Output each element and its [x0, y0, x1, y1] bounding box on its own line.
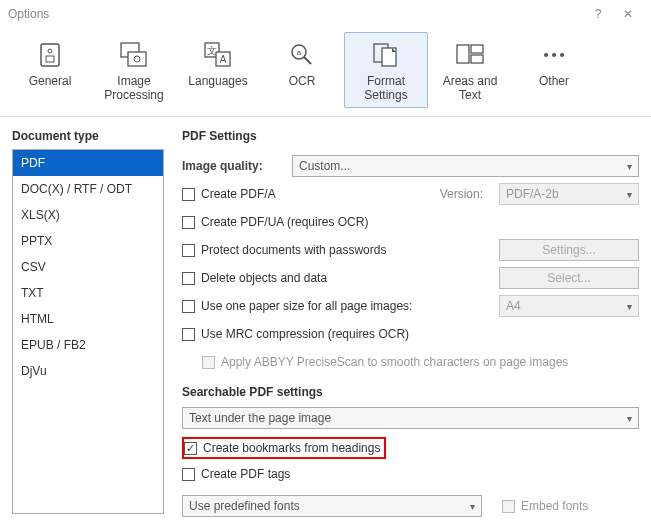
- create-pdfa-checkbox[interactable]: [182, 188, 195, 201]
- document-type-label: Document type: [12, 129, 164, 143]
- toolbar-areas-text[interactable]: Areas and Text: [428, 32, 512, 108]
- settings-button[interactable]: Settings...: [499, 239, 639, 261]
- delete-objects-checkbox[interactable]: [182, 272, 195, 285]
- languages-icon: 文A: [202, 39, 234, 71]
- image-quality-label: Image quality:: [182, 159, 292, 173]
- list-item-txt[interactable]: TXT: [13, 280, 163, 306]
- toolbar-label: Image Processing: [104, 75, 163, 103]
- list-item-epub[interactable]: EPUB / FB2: [13, 332, 163, 358]
- tags-checkbox[interactable]: [182, 468, 195, 481]
- window-title: Options: [8, 7, 583, 21]
- precisescan-checkbox: [202, 356, 215, 369]
- mrc-label: Use MRC compression (requires OCR): [201, 327, 409, 341]
- bookmarks-label: Create bookmarks from headings: [203, 441, 380, 455]
- toolbar-format-settings[interactable]: Format Settings: [344, 32, 428, 108]
- svg-point-19: [552, 53, 556, 57]
- protect-label: Protect documents with passwords: [201, 243, 386, 257]
- svg-point-1: [48, 49, 52, 53]
- pdf-settings-title: PDF Settings: [182, 129, 639, 143]
- toolbar-label: Languages: [188, 75, 247, 103]
- chevron-down-icon: ▾: [627, 189, 632, 200]
- paper-size-select[interactable]: A4 ▾: [499, 295, 639, 317]
- list-item-xlsx[interactable]: XLS(X): [13, 202, 163, 228]
- document-type-list[interactable]: PDF DOC(X) / RTF / ODT XLS(X) PPTX CSV T…: [12, 149, 164, 514]
- svg-text:a: a: [297, 48, 302, 57]
- list-item-pptx[interactable]: PPTX: [13, 228, 163, 254]
- toolbar-ocr[interactable]: a OCR: [260, 32, 344, 108]
- searchable-title: Searchable PDF settings: [182, 385, 639, 399]
- fonts-mode-value: Use predefined fonts: [189, 499, 300, 513]
- toolbar-languages[interactable]: 文A Languages: [176, 32, 260, 108]
- svg-rect-16: [471, 45, 483, 53]
- list-item-docx[interactable]: DOC(X) / RTF / ODT: [13, 176, 163, 202]
- help-button[interactable]: ?: [583, 0, 613, 28]
- list-item-csv[interactable]: CSV: [13, 254, 163, 280]
- delete-objects-label: Delete objects and data: [201, 271, 327, 285]
- toolbar: General Image Processing 文A Languages a …: [0, 28, 651, 117]
- format-settings-icon: [370, 39, 402, 71]
- toolbar-general[interactable]: General: [8, 32, 92, 108]
- svg-line-11: [304, 57, 311, 64]
- bookmarks-checkbox[interactable]: [184, 442, 197, 455]
- select-button[interactable]: Select...: [499, 267, 639, 289]
- paper-size-value: A4: [506, 299, 521, 313]
- ocr-icon: a: [286, 39, 318, 71]
- svg-point-20: [560, 53, 564, 57]
- svg-point-18: [544, 53, 548, 57]
- version-value: PDF/A-2b: [506, 187, 559, 201]
- toolbar-label: Areas and Text: [431, 75, 509, 103]
- list-item-html[interactable]: HTML: [13, 306, 163, 332]
- image-quality-select[interactable]: Custom... ▾: [292, 155, 639, 177]
- precisescan-label: Apply ABBYY PreciseScan to smooth charac…: [221, 355, 568, 369]
- image-quality-value: Custom...: [299, 159, 350, 173]
- protect-checkbox[interactable]: [182, 244, 195, 257]
- close-icon: ✕: [623, 7, 633, 21]
- titlebar: Options ? ✕: [0, 0, 651, 28]
- version-select[interactable]: PDF/A-2b ▾: [499, 183, 639, 205]
- svg-rect-4: [128, 52, 146, 66]
- searchable-mode-value: Text under the page image: [189, 411, 331, 425]
- one-paper-label: Use one paper size for all page images:: [201, 299, 412, 313]
- mrc-checkbox[interactable]: [182, 328, 195, 341]
- bookmarks-highlight: Create bookmarks from headings: [182, 437, 386, 459]
- list-item-pdf[interactable]: PDF: [13, 150, 163, 176]
- toolbar-other[interactable]: Other: [512, 32, 596, 108]
- right-column: PDF Settings Image quality: Custom... ▾ …: [182, 129, 639, 521]
- create-pdfa-label: Create PDF/A: [201, 187, 276, 201]
- close-button[interactable]: ✕: [613, 0, 643, 28]
- list-item-djvu[interactable]: DjVu: [13, 358, 163, 384]
- svg-rect-0: [41, 44, 59, 66]
- toolbar-label: OCR: [289, 75, 316, 103]
- toolbar-label: Other: [539, 75, 569, 103]
- content: Document type PDF DOC(X) / RTF / ODT XLS…: [0, 117, 651, 521]
- svg-text:A: A: [220, 54, 227, 65]
- fonts-mode-select[interactable]: Use predefined fonts ▾: [182, 495, 482, 517]
- left-column: Document type PDF DOC(X) / RTF / ODT XLS…: [12, 129, 164, 521]
- create-pdfua-label: Create PDF/UA (requires OCR): [201, 215, 368, 229]
- create-pdfua-checkbox[interactable]: [182, 216, 195, 229]
- chevron-down-icon: ▾: [627, 301, 632, 312]
- searchable-mode-select[interactable]: Text under the page image ▾: [182, 407, 639, 429]
- svg-rect-17: [471, 55, 483, 63]
- chevron-down-icon: ▾: [627, 413, 632, 424]
- version-label: Version:: [440, 187, 483, 201]
- image-processing-icon: [118, 39, 150, 71]
- chevron-down-icon: ▾: [627, 161, 632, 172]
- svg-rect-15: [457, 45, 469, 63]
- tags-label: Create PDF tags: [201, 467, 290, 481]
- toolbar-label: Format Settings: [364, 75, 407, 103]
- general-icon: [34, 39, 66, 71]
- areas-text-icon: [454, 39, 486, 71]
- one-paper-checkbox[interactable]: [182, 300, 195, 313]
- help-icon: ?: [595, 7, 602, 21]
- toolbar-image-processing[interactable]: Image Processing: [92, 32, 176, 108]
- toolbar-label: General: [29, 75, 72, 103]
- embed-fonts-label: Embed fonts: [521, 499, 588, 513]
- embed-fonts-checkbox: [502, 500, 515, 513]
- chevron-down-icon: ▾: [470, 501, 475, 512]
- svg-rect-2: [46, 56, 54, 62]
- other-icon: [538, 39, 570, 71]
